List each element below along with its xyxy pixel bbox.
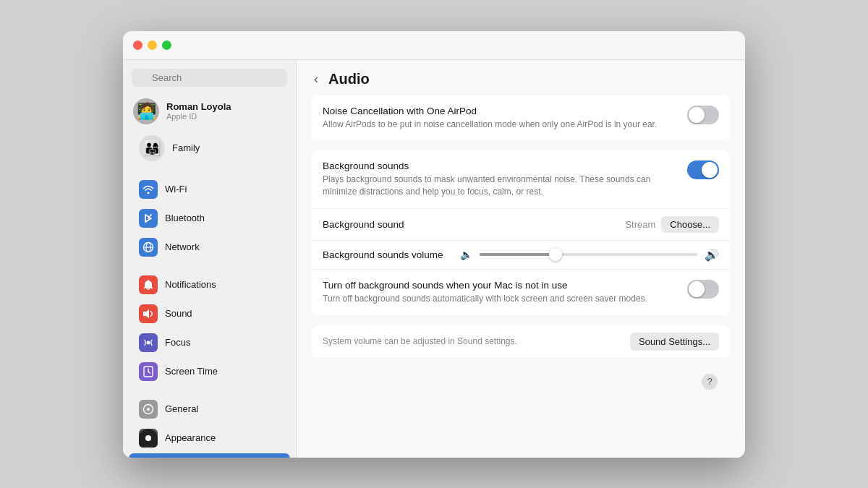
slider-thumb[interactable] xyxy=(549,248,562,261)
avatar: 🧑‍💻 xyxy=(133,98,159,124)
svg-point-11 xyxy=(145,435,151,441)
system-preferences-window: 🔍 🧑‍💻 Roman Loyola Apple ID 👨‍👩‍👧 xyxy=(123,31,745,458)
sidebar-item-label: Appearance xyxy=(165,432,216,443)
bluetooth-icon xyxy=(139,209,158,228)
appearance-icon xyxy=(139,429,158,448)
content-area: 🔍 🧑‍💻 Roman Loyola Apple ID 👨‍👩‍👧 xyxy=(123,60,745,458)
notifications-icon xyxy=(139,275,158,294)
sidebar-item-screentime[interactable]: Screen Time xyxy=(129,358,290,385)
noise-cancellation-card: Noise Cancellation with One AirPod Allow… xyxy=(311,95,731,141)
network-icon xyxy=(139,238,158,257)
background-sounds-card: Background sounds Plays background sound… xyxy=(311,150,731,314)
svg-point-4 xyxy=(147,341,150,344)
volume-label: Background sounds volume xyxy=(323,249,453,260)
close-button[interactable] xyxy=(133,40,142,50)
sidebar-item-network[interactable]: Network xyxy=(129,234,290,261)
sound-icon xyxy=(139,304,158,323)
stream-label: Stream xyxy=(625,219,655,230)
background-sounds-toggle[interactable] xyxy=(687,160,719,179)
wifi-icon xyxy=(139,180,158,199)
user-subtitle: Apple ID xyxy=(166,112,231,121)
general-icon xyxy=(139,400,158,419)
main-header: ‹ Audio xyxy=(297,60,745,95)
sidebar-item-sound[interactable]: Sound xyxy=(129,300,290,328)
sidebar-item-label: Family xyxy=(172,142,200,153)
footer-text: System volume can be adjusted in Sound s… xyxy=(323,336,630,346)
volume-slider-row: Background sounds volume 🔈 🔊 xyxy=(311,241,731,270)
search-wrapper: 🔍 xyxy=(132,69,287,87)
sidebar-item-accessibility[interactable]: Accessibility xyxy=(129,453,290,458)
background-sounds-row: Background sounds Plays background sound… xyxy=(311,150,731,209)
page-title: Audio xyxy=(328,71,370,87)
background-sounds-control xyxy=(687,160,719,179)
turn-off-desc: Turn off background sounds automatically… xyxy=(323,293,678,305)
sidebar: 🔍 🧑‍💻 Roman Loyola Apple ID 👨‍👩‍👧 xyxy=(123,60,297,458)
main-content: ‹ Audio Noise Cancellation with One AirP… xyxy=(297,60,745,458)
focus-icon xyxy=(139,333,158,352)
sidebar-item-label: Bluetooth xyxy=(165,213,205,223)
toggle-knob-on xyxy=(702,162,718,178)
footer-row: System volume can be adjusted in Sound s… xyxy=(311,325,731,358)
turn-off-control xyxy=(687,280,719,299)
volume-slider[interactable] xyxy=(480,253,697,256)
family-icon: 👨‍👩‍👧 xyxy=(139,135,165,161)
sidebar-item-appearance[interactable]: Appearance xyxy=(129,424,290,452)
sidebar-item-label: Sound xyxy=(165,308,192,319)
svg-point-9 xyxy=(147,408,150,411)
title-bar xyxy=(123,31,745,60)
traffic-lights xyxy=(133,40,171,50)
background-sound-select-row: Background sound Stream Choose... xyxy=(311,209,731,241)
sidebar-item-notifications[interactable]: Notifications xyxy=(129,271,290,299)
user-name: Roman Loyola xyxy=(166,101,231,112)
turn-off-toggle[interactable] xyxy=(687,280,719,299)
noise-cancellation-row: Noise Cancellation with One AirPod Allow… xyxy=(311,95,731,141)
sidebar-item-family[interactable]: 👨‍👩‍👧 Family xyxy=(129,131,290,166)
sidebar-item-label: Focus xyxy=(165,337,190,348)
sidebar-item-label: Network xyxy=(165,241,200,252)
sidebar-item-focus[interactable]: Focus xyxy=(129,329,290,356)
noise-cancellation-title: Noise Cancellation with One AirPod xyxy=(323,106,678,116)
sidebar-item-bluetooth[interactable]: Bluetooth xyxy=(129,205,290,232)
search-container: 🔍 xyxy=(123,60,296,93)
footer-card: System volume can be adjusted in Sound s… xyxy=(311,325,731,358)
toggle-knob xyxy=(689,107,705,123)
turn-off-row: Turn off background sounds when your Mac… xyxy=(311,270,731,315)
help-button[interactable]: ? xyxy=(702,374,718,390)
background-sounds-title: Background sounds xyxy=(323,160,678,171)
sound-settings-button[interactable]: Sound Settings... xyxy=(630,333,719,351)
sidebar-item-label: Notifications xyxy=(165,279,216,290)
sidebar-item-wifi[interactable]: Wi-Fi xyxy=(129,176,290,203)
noise-cancellation-toggle[interactable] xyxy=(687,106,719,124)
help-row: ? xyxy=(311,368,731,398)
noise-cancellation-desc: Allow AirPods to be put in noise cancell… xyxy=(323,119,678,131)
background-sounds-desc: Plays background sounds to mask unwanted… xyxy=(323,174,678,198)
background-sounds-info: Background sounds Plays background sound… xyxy=(323,160,678,198)
sidebar-item-label: Screen Time xyxy=(165,366,218,377)
svg-line-7 xyxy=(148,372,150,373)
volume-high-icon: 🔊 xyxy=(705,248,719,262)
search-input[interactable] xyxy=(132,69,287,87)
volume-low-icon: 🔈 xyxy=(460,249,472,260)
user-profile-item[interactable]: 🧑‍💻 Roman Loyola Apple ID xyxy=(123,93,296,130)
svg-marker-3 xyxy=(143,309,149,318)
maximize-button[interactable] xyxy=(162,40,171,50)
screentime-icon xyxy=(139,362,158,381)
scroll-area: Noise Cancellation with One AirPod Allow… xyxy=(297,95,745,458)
minimize-button[interactable] xyxy=(148,40,157,50)
sidebar-item-label: Wi-Fi xyxy=(165,184,187,194)
sidebar-item-label: General xyxy=(165,403,198,414)
turn-off-knob xyxy=(689,281,705,297)
slider-fill xyxy=(480,253,556,256)
user-info: Roman Loyola Apple ID xyxy=(166,101,231,121)
noise-cancellation-control xyxy=(687,106,719,124)
turn-off-title: Turn off background sounds when your Mac… xyxy=(323,280,678,291)
turn-off-info: Turn off background sounds when your Mac… xyxy=(323,280,678,305)
background-sound-label: Background sound xyxy=(323,219,625,230)
sidebar-item-general[interactable]: General xyxy=(129,395,290,423)
back-button[interactable]: ‹ xyxy=(311,70,321,88)
noise-cancellation-info: Noise Cancellation with One AirPod Allow… xyxy=(323,106,678,131)
choose-button[interactable]: Choose... xyxy=(661,216,719,233)
